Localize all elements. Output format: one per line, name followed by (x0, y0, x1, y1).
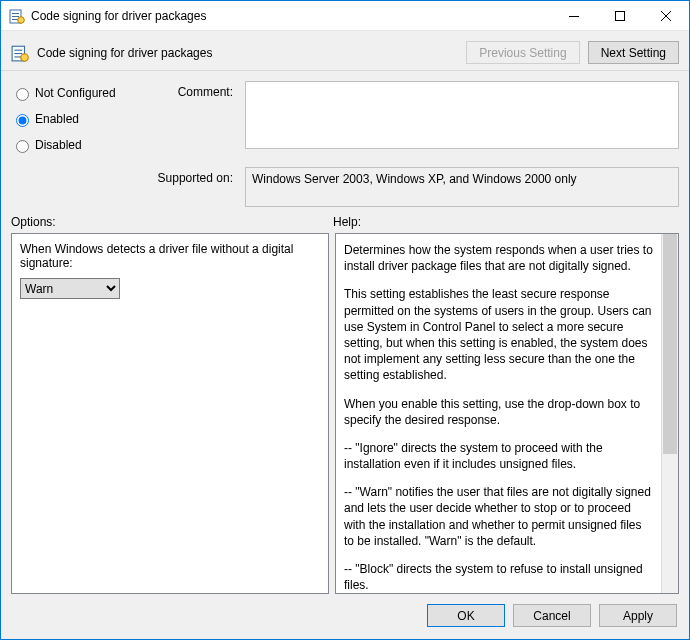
next-setting-button[interactable]: Next Setting (588, 41, 679, 64)
radio-not-configured-input[interactable] (16, 88, 29, 101)
help-scrollbar[interactable] (661, 234, 678, 593)
radio-not-configured[interactable]: Not Configured (11, 85, 141, 101)
policy-header-icon (11, 44, 29, 62)
radio-disabled-label: Disabled (35, 138, 82, 152)
maximize-icon (615, 11, 625, 21)
supported-text: Windows Server 2003, Windows XP, and Win… (252, 172, 577, 186)
help-paragraph: -- "Block" directs the system to refuse … (344, 561, 653, 593)
dialog-window: Code signing for driver packages Cod (0, 0, 690, 640)
scrollbar-thumb[interactable] (663, 234, 677, 454)
svg-rect-10 (14, 49, 22, 50)
svg-rect-1 (12, 13, 19, 14)
header-row: Code signing for driver packages Previou… (1, 31, 689, 71)
help-paragraph: This setting establishes the least secur… (344, 286, 653, 383)
svg-point-4 (18, 16, 25, 23)
previous-setting-button: Previous Setting (466, 41, 579, 64)
close-button[interactable] (643, 1, 689, 30)
options-prompt: When Windows detects a driver file witho… (20, 242, 320, 270)
svg-rect-11 (14, 53, 22, 54)
comment-input[interactable] (245, 81, 679, 149)
options-panel: When Windows detects a driver file witho… (11, 233, 329, 594)
options-section-label: Options: (11, 215, 333, 229)
help-paragraph: -- "Warn" notifies the user that files a… (344, 484, 653, 549)
help-text: Determines how the system responds when … (336, 234, 661, 593)
window-title: Code signing for driver packages (31, 9, 206, 23)
titlebar: Code signing for driver packages (1, 1, 689, 31)
supported-row: Supported on: Windows Server 2003, Windo… (1, 167, 689, 215)
radio-disabled[interactable]: Disabled (11, 137, 141, 153)
svg-rect-6 (616, 11, 625, 20)
comment-label: Comment: (149, 81, 237, 163)
close-icon (661, 11, 671, 21)
policy-icon (9, 8, 25, 24)
footer-buttons: OK Cancel Apply (1, 594, 689, 639)
section-labels: Options: Help: (1, 215, 689, 233)
svg-point-13 (21, 53, 28, 60)
help-paragraph: Determines how the system responds when … (344, 242, 653, 274)
top-block: Not Configured Enabled Disabled Comment: (1, 71, 689, 167)
svg-rect-5 (569, 16, 579, 17)
cancel-button[interactable]: Cancel (513, 604, 591, 627)
header-title: Code signing for driver packages (37, 46, 466, 60)
state-radio-group: Not Configured Enabled Disabled (11, 81, 141, 163)
signature-behavior-dropdown[interactable]: Ignore Warn Block (20, 278, 120, 299)
minimize-icon (569, 11, 579, 21)
ok-button[interactable]: OK (427, 604, 505, 627)
minimize-button[interactable] (551, 1, 597, 30)
svg-rect-2 (12, 16, 19, 17)
help-paragraph: When you enable this setting, use the dr… (344, 396, 653, 428)
help-paragraph: -- "Ignore" directs the system to procee… (344, 440, 653, 472)
help-section-label: Help: (333, 215, 679, 229)
body-area: Not Configured Enabled Disabled Comment:… (1, 71, 689, 639)
radio-not-configured-label: Not Configured (35, 86, 116, 100)
supported-value: Windows Server 2003, Windows XP, and Win… (245, 167, 679, 207)
help-panel: Determines how the system responds when … (335, 233, 679, 594)
apply-button[interactable]: Apply (599, 604, 677, 627)
radio-enabled[interactable]: Enabled (11, 111, 141, 127)
radio-disabled-input[interactable] (16, 140, 29, 153)
maximize-button[interactable] (597, 1, 643, 30)
radio-enabled-label: Enabled (35, 112, 79, 126)
panels-row: When Windows detects a driver file witho… (1, 233, 689, 594)
radio-enabled-input[interactable] (16, 114, 29, 127)
supported-label: Supported on: (149, 167, 237, 207)
